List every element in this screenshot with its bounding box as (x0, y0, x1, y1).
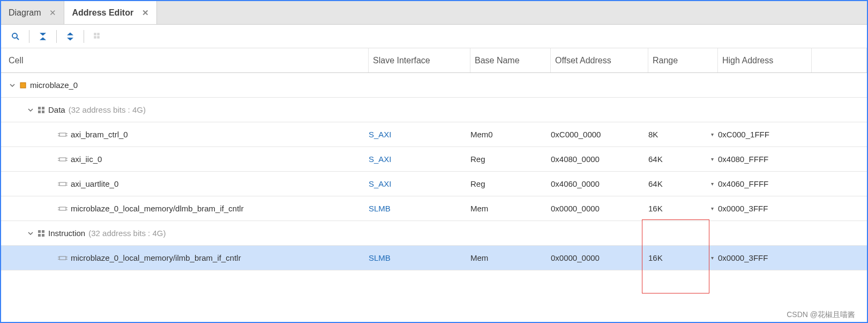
high-address: 0x4060_FFFF (718, 179, 812, 188)
svg-rect-8 (42, 107, 44, 109)
svg-rect-10 (42, 111, 44, 113)
group-suffix: (32 address bits : 4G) (69, 105, 146, 114)
range-dropdown[interactable]: 8K▾ (648, 130, 718, 139)
group-data-row[interactable]: Data (32 address bits : 4G) (1, 98, 867, 122)
base-name: Mem0 (470, 130, 551, 139)
cell-label: axi_bram_ctrl_0 (71, 130, 128, 139)
separator (29, 30, 29, 43)
svg-rect-33 (38, 234, 41, 237)
search-icon (11, 32, 20, 41)
base-name: Reg (470, 155, 551, 164)
cell-label: axi_uartlite_0 (71, 179, 118, 188)
cell-label: microblaze_0 (30, 80, 78, 90)
base-name: Mem (470, 253, 551, 262)
collapse-all-button[interactable] (34, 27, 52, 46)
slave-interface-link[interactable]: S_AXI (369, 130, 470, 139)
col-cell[interactable]: Cell (9, 48, 369, 72)
group-label: Data (48, 105, 65, 114)
offset-address[interactable]: 0xC000_0000 (551, 130, 648, 139)
cell-label: microblaze_0_local_memory/ilmb_bram_if_c… (71, 253, 241, 262)
caret-down-icon: ▾ (711, 156, 714, 162)
close-icon[interactable]: ✕ (49, 8, 56, 18)
caret-down-icon: ▾ (711, 255, 714, 261)
table-row[interactable]: axi_uartlite_0 S_AXI Reg 0x4060_0000 64K… (1, 172, 867, 196)
slave-interface-link[interactable]: SLMB (369, 253, 470, 262)
chevron-down-icon[interactable] (27, 106, 34, 114)
table-row[interactable]: axi_bram_ctrl_0 S_AXI Mem0 0xC000_0000 8… (1, 122, 867, 147)
close-icon[interactable]: ✕ (142, 8, 149, 18)
svg-rect-3 (97, 33, 100, 35)
caret-down-icon: ▾ (711, 131, 714, 137)
separator (56, 30, 57, 43)
chevron-down-icon[interactable] (9, 82, 16, 89)
caret-down-icon: ▾ (711, 205, 714, 211)
range-dropdown[interactable]: 16K▾ (648, 253, 718, 262)
tree-root-row[interactable]: microblaze_0 (1, 73, 867, 98)
address-editor-window: Diagram ✕ Address Editor ✕ Cell Slave In… (0, 0, 868, 323)
high-address: 0xC000_1FFF (718, 130, 812, 139)
search-button[interactable] (6, 27, 25, 46)
svg-point-0 (12, 33, 17, 38)
table-row[interactable]: microblaze_0_local_memory/ilmb_bram_if_c… (1, 246, 867, 270)
ip-block-icon (58, 131, 68, 138)
tab-address-editor[interactable]: Address Editor ✕ (64, 1, 157, 24)
svg-rect-35 (59, 256, 66, 260)
slave-interface-link[interactable]: SLMB (369, 204, 470, 213)
expand-icon (65, 32, 75, 41)
offset-address[interactable]: 0x0000_0000 (551, 204, 648, 213)
tabs-bar: Diagram ✕ Address Editor ✕ (1, 1, 867, 25)
group-instruction-row[interactable]: Instruction (32 address bits : 4G) (1, 221, 867, 246)
svg-rect-7 (38, 107, 41, 109)
separator (84, 30, 84, 43)
address-table: Cell Slave Interface Base Name Offset Ad… (1, 48, 867, 322)
svg-rect-11 (59, 133, 66, 136)
table-header: Cell Slave Interface Base Name Offset Ad… (1, 48, 867, 73)
ip-block-icon (58, 254, 68, 262)
collapse-icon (38, 32, 48, 41)
range-dropdown[interactable]: 64K▾ (648, 155, 718, 164)
col-slave-interface[interactable]: Slave Interface (369, 48, 470, 72)
tab-label: Address Editor (72, 8, 133, 18)
cell-label: microblaze_0_local_memory/dlmb_bram_if_c… (71, 204, 244, 213)
col-range[interactable]: Range (648, 48, 718, 72)
group-label: Instruction (48, 229, 85, 238)
svg-rect-4 (94, 36, 96, 39)
svg-rect-5 (97, 36, 100, 39)
high-address: 0x0000_3FFF (718, 204, 812, 213)
segment-icon (38, 230, 45, 237)
chevron-down-icon[interactable] (27, 230, 34, 237)
ip-block-icon (58, 205, 68, 212)
expand-all-button[interactable] (61, 27, 79, 46)
table-row[interactable]: microblaze_0_local_memory/dlmb_bram_if_c… (1, 196, 867, 221)
range-dropdown[interactable]: 16K▾ (648, 204, 718, 213)
slave-interface-link[interactable]: S_AXI (369, 155, 470, 164)
svg-rect-32 (42, 230, 44, 233)
col-spacer (812, 48, 867, 72)
col-offset-address[interactable]: Offset Address (551, 48, 648, 72)
slave-interface-link[interactable]: S_AXI (369, 179, 470, 188)
col-high-address[interactable]: High Address (718, 48, 812, 72)
offset-address[interactable]: 0x4080_0000 (551, 155, 648, 164)
svg-rect-26 (59, 207, 66, 210)
high-address: 0x4080_FFFF (718, 155, 812, 164)
svg-rect-2 (94, 33, 96, 35)
tab-diagram[interactable]: Diagram ✕ (1, 1, 64, 24)
table-row[interactable]: axi_iic_0 S_AXI Reg 0x4080_0000 64K▾ 0x4… (1, 147, 867, 172)
cell-label: axi_iic_0 (71, 155, 102, 164)
offset-address[interactable]: 0x4060_0000 (551, 179, 648, 188)
caret-down-icon: ▾ (711, 181, 714, 187)
col-base-name[interactable]: Base Name (470, 48, 551, 72)
svg-rect-9 (38, 111, 41, 113)
group-suffix: (32 address bits : 4G) (88, 229, 166, 238)
svg-rect-21 (59, 182, 66, 186)
svg-rect-6 (20, 83, 26, 88)
toolbar (1, 25, 867, 48)
ip-block-icon (58, 180, 68, 188)
range-dropdown[interactable]: 64K▾ (648, 179, 718, 188)
svg-rect-31 (38, 230, 41, 233)
tab-label: Diagram (9, 8, 41, 18)
base-name: Reg (470, 179, 551, 188)
offset-address[interactable]: 0x0000_0000 (551, 253, 648, 262)
grid-icon (93, 32, 102, 41)
base-name: Mem (470, 204, 551, 213)
